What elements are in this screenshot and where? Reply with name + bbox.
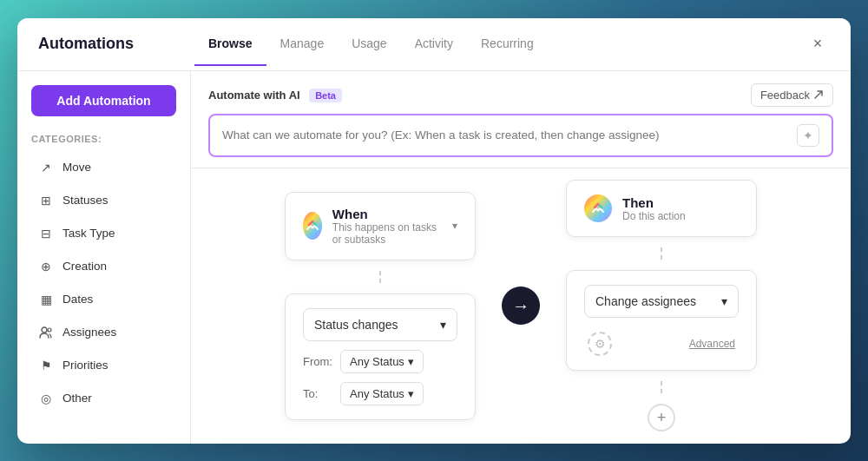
to-chevron-icon: ▾ — [408, 387, 414, 400]
ai-search-input[interactable] — [222, 128, 797, 142]
sidebar-item-dates-label: Dates — [62, 293, 93, 306]
when-block: When This happens on tasks or subtasks ▾… — [285, 192, 476, 420]
then-subtitle: Do this action — [622, 210, 686, 222]
to-status-label: Any Status — [350, 387, 404, 400]
dashed-connector-3 — [661, 381, 662, 393]
dates-icon: ▦ — [38, 292, 54, 307]
sidebar-item-dates[interactable]: ▦ Dates — [31, 285, 176, 314]
sidebar-item-task-type-label: Task Type — [62, 227, 115, 240]
tabs-container: Browse Manage Usage Activity Recurring — [194, 36, 806, 66]
from-status-label: Any Status — [350, 355, 404, 368]
svg-point-1 — [48, 328, 51, 332]
sidebar-item-statuses-label: Statuses — [62, 194, 108, 207]
assignees-chevron-icon: ▾ — [721, 294, 727, 308]
to-label: To: — [303, 387, 333, 400]
sidebar-item-task-type[interactable]: ⊟ Task Type — [31, 219, 176, 248]
ai-bar-top: Automate with AI Beta Feedback — [208, 83, 833, 107]
then-clickup-logo — [584, 194, 612, 222]
priorities-icon: ⚑ — [38, 358, 54, 373]
from-row: From: Any Status ▾ — [303, 350, 457, 373]
trigger-card: Status changes ▾ From: Any Status ▾ To: — [285, 293, 476, 420]
sidebar-item-move-label: Move — [62, 161, 91, 174]
then-card: Then Do this action — [566, 180, 757, 237]
add-action-button[interactable]: + — [648, 404, 675, 431]
main-content: Automate with AI Beta Feedback ✦ — [191, 71, 851, 444]
gear-area: ⚙ Advanced — [584, 325, 739, 356]
to-row: To: Any Status ▾ — [303, 382, 457, 405]
from-status-dropdown[interactable]: Any Status ▾ — [340, 350, 424, 373]
then-block: Then Do this action Change assignees ▾ — [566, 180, 757, 431]
statuses-icon: ⊞ — [38, 193, 54, 208]
when-card: When This happens on tasks or subtasks ▾ — [285, 192, 476, 260]
categories-label: CATEGORIES: — [31, 134, 176, 144]
dashed-connector-1 — [379, 271, 381, 283]
sidebar-item-priorities[interactable]: ⚑ Priorities — [31, 351, 176, 380]
modal-body: Add Automation CATEGORIES: ↗ Move ⊞ Stat… — [17, 71, 851, 444]
when-card-text: When This happens on tasks or subtasks — [332, 207, 442, 246]
sidebar-item-statuses[interactable]: ⊞ Statuses — [31, 186, 176, 215]
external-link-icon — [813, 89, 824, 100]
tab-recurring[interactable]: Recurring — [467, 36, 548, 66]
automation-area: When This happens on tasks or subtasks ▾… — [191, 168, 851, 444]
arrow-icon: → — [502, 286, 540, 325]
assignees-card: Change assignees ▾ ⚙ Advanced — [566, 270, 757, 371]
tab-manage[interactable]: Manage — [266, 36, 339, 66]
sidebar-item-creation[interactable]: ⊕ Creation — [31, 252, 176, 281]
from-label: From: — [303, 355, 333, 368]
ai-label: Automate with AI — [208, 89, 300, 102]
dashed-connector-2 — [661, 247, 662, 260]
to-status-dropdown[interactable]: Any Status ▾ — [340, 382, 424, 405]
trigger-dropdown[interactable]: Status changes ▾ — [303, 308, 457, 341]
beta-badge: Beta — [309, 89, 342, 102]
when-chevron-icon: ▾ — [452, 220, 457, 232]
then-card-header: Then Do this action — [584, 194, 739, 222]
assignees-icon — [38, 325, 54, 340]
other-icon: ◎ — [38, 391, 54, 406]
svg-point-0 — [42, 327, 47, 333]
move-icon: ↗ — [38, 160, 54, 175]
trigger-chevron-icon: ▾ — [440, 318, 446, 332]
tab-activity[interactable]: Activity — [401, 36, 467, 66]
assignees-dropdown[interactable]: Change assignees ▾ — [584, 285, 739, 318]
advanced-link[interactable]: Advanced — [689, 338, 735, 350]
sidebar-item-other-label: Other — [62, 392, 92, 405]
ai-bar: Automate with AI Beta Feedback ✦ — [191, 71, 851, 168]
from-chevron-icon: ▾ — [408, 355, 414, 368]
close-button[interactable]: × — [806, 32, 830, 56]
creation-icon: ⊕ — [38, 259, 54, 274]
when-subtitle: This happens on tasks or subtasks — [332, 221, 442, 246]
add-automation-button[interactable]: Add Automation — [31, 85, 176, 116]
sidebar-item-assignees[interactable]: Assignees — [31, 318, 176, 347]
sidebar-item-other[interactable]: ◎ Other — [31, 384, 176, 413]
feedback-button[interactable]: Feedback — [751, 83, 833, 107]
task-type-icon: ⊟ — [38, 226, 54, 241]
sidebar: Add Automation CATEGORIES: ↗ Move ⊞ Stat… — [17, 71, 191, 444]
sparkle-icon[interactable]: ✦ — [797, 124, 819, 147]
when-card-header: When This happens on tasks or subtasks ▾ — [303, 207, 457, 246]
sidebar-item-creation-label: Creation — [62, 260, 107, 273]
sidebar-item-move[interactable]: ↗ Move — [31, 153, 176, 182]
automations-modal: Automations Browse Manage Usage Activity… — [17, 18, 851, 444]
when-title: When — [332, 207, 442, 221]
tab-browse[interactable]: Browse — [194, 36, 266, 66]
ai-input-wrap: ✦ — [208, 114, 833, 157]
sidebar-item-assignees-label: Assignees — [62, 326, 116, 339]
sidebar-item-priorities-label: Priorities — [62, 359, 108, 372]
trigger-label: Status changes — [314, 318, 398, 332]
assignees-label: Change assignees — [595, 294, 696, 308]
then-title: Then — [622, 195, 686, 210]
modal-title: Automations — [38, 35, 194, 67]
then-card-text: Then Do this action — [622, 195, 686, 222]
feedback-label: Feedback — [760, 89, 810, 102]
clickup-logo — [303, 212, 322, 240]
gear-icon: ⚙ — [588, 332, 612, 356]
modal-header: Automations Browse Manage Usage Activity… — [17, 18, 851, 71]
tab-usage[interactable]: Usage — [338, 36, 400, 66]
